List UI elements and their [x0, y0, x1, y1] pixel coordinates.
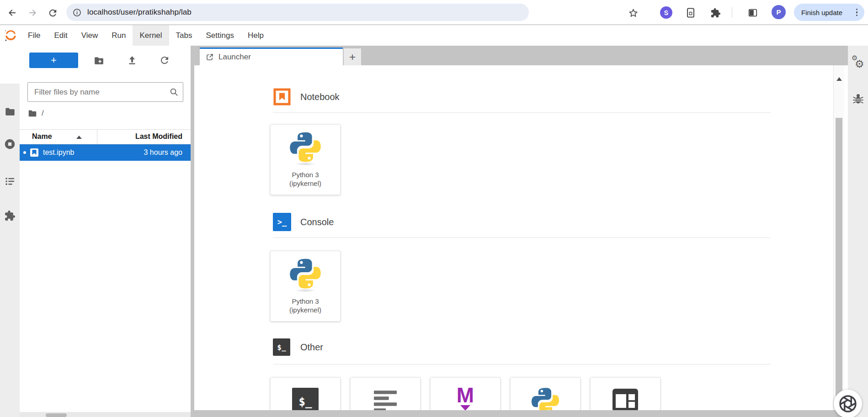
menu-tabs[interactable]: Tabs	[169, 25, 199, 46]
avatar-initial: P	[776, 8, 781, 16]
markdown-icon: M	[457, 386, 474, 410]
puzzle-icon	[4, 210, 16, 222]
chatgpt-overlay-button[interactable]	[834, 390, 862, 417]
launcher-card-contextual-help[interactable]	[590, 377, 660, 410]
column-last-modified[interactable]: Last Modified	[135, 132, 182, 141]
menu-run[interactable]: Run	[105, 25, 133, 46]
file-browser-panel: + / Name	[20, 46, 191, 412]
side-panel-button[interactable]	[747, 7, 759, 19]
upload-files-button[interactable]	[126, 54, 138, 66]
breadcrumb-path[interactable]: /	[42, 109, 44, 118]
launcher-card-notebook-python3[interactable]: Python 3 (ipykernel)	[270, 124, 341, 195]
notes-extension-icon[interactable]	[685, 7, 697, 19]
section-title-other: Other	[300, 342, 323, 353]
column-divider	[97, 130, 97, 144]
new-folder-button[interactable]	[93, 54, 105, 66]
table-of-contents-tab[interactable]	[0, 175, 20, 187]
left-activity-bar	[0, 46, 20, 417]
browser-forward-button[interactable]	[27, 7, 38, 19]
column-name[interactable]: Name	[32, 132, 52, 141]
home-folder-icon[interactable]	[27, 108, 37, 118]
terminal-prompt-glyph: $_	[277, 343, 286, 352]
side-panel-icon	[748, 8, 758, 18]
arrow-left-icon	[7, 7, 18, 18]
scroll-up-arrow-icon[interactable]	[836, 77, 842, 81]
bookmark-star-button[interactable]	[627, 7, 639, 19]
browser-reload-button[interactable]	[47, 7, 59, 19]
debugger-tab[interactable]	[848, 93, 868, 105]
file-modified-time: 3 hours ago	[144, 148, 191, 157]
launcher-card-text-file[interactable]	[350, 377, 421, 410]
launcher-card-terminal[interactable]: $_	[270, 377, 341, 410]
right-activity-bar: ⚙ ⚙	[848, 46, 868, 417]
browser-back-button[interactable]	[6, 7, 18, 19]
taskbar-fragment	[46, 413, 67, 417]
new-folder-icon	[93, 55, 105, 66]
card-asterisk-icon	[685, 7, 696, 18]
url-bar[interactable]: localhost/user/pratikshahp/lab	[66, 4, 529, 21]
python-logo-icon	[288, 257, 322, 290]
launcher-scrollbar[interactable]	[833, 65, 844, 410]
notebook-file-icon	[30, 148, 39, 157]
folder-icon	[4, 106, 16, 117]
property-inspector-tab[interactable]: ⚙ ⚙	[848, 54, 868, 74]
launcher-card-markdown-file[interactable]: M	[430, 377, 501, 410]
bug-icon	[852, 93, 864, 105]
new-tab-button[interactable]: +	[344, 48, 361, 65]
refresh-file-list-button[interactable]	[159, 54, 170, 66]
stop-circle-icon	[4, 138, 16, 150]
running-sessions-tab[interactable]	[0, 138, 20, 150]
browser-toolbar: localhost/user/pratikshahp/lab S P	[0, 0, 868, 25]
extension-manager-tab[interactable]	[0, 210, 20, 222]
section-rule	[273, 238, 771, 238]
panel-split-handle[interactable]	[191, 46, 194, 417]
menu-view[interactable]: View	[75, 25, 105, 46]
large-gear-icon: ⚙	[855, 58, 864, 70]
puzzle-icon	[710, 8, 721, 18]
file-browser-tab[interactable]	[0, 106, 20, 117]
tab-launcher[interactable]: Launcher	[200, 48, 343, 65]
profile-avatar[interactable]: P	[772, 5, 786, 19]
launcher-card-console-python3[interactable]: Python 3 (ipykernel)	[270, 251, 341, 322]
launcher-card-python-file[interactable]	[510, 377, 580, 410]
notebook-section-icon	[273, 88, 291, 106]
section-rule	[273, 112, 771, 113]
menu-settings[interactable]: Settings	[199, 25, 241, 46]
menu-help[interactable]: Help	[241, 25, 271, 46]
reload-icon	[48, 8, 58, 18]
sort-ascending-icon[interactable]	[76, 136, 82, 139]
card-label: Python 3 (ipykernel)	[289, 297, 321, 314]
menu-edit[interactable]: Edit	[47, 25, 74, 46]
scrollbar-thumb[interactable]	[836, 118, 842, 417]
contextual-help-icon	[612, 388, 639, 410]
jupyterhub-logo	[0, 25, 21, 46]
extensions-button[interactable]	[709, 7, 721, 19]
console-prompt-glyph: >_	[277, 217, 287, 227]
launcher-icon	[206, 53, 214, 61]
new-launcher-button[interactable]: +	[29, 53, 78, 68]
url-text: localhost/user/pratikshahp/lab	[87, 8, 192, 17]
section-rule	[273, 364, 771, 364]
logo-shadow	[295, 289, 316, 292]
arrow-right-icon	[27, 7, 38, 18]
menu-kernel[interactable]: Kernel	[133, 25, 169, 46]
menu-file[interactable]: File	[21, 25, 47, 46]
finish-update-button[interactable]: Finish update	[794, 4, 864, 21]
password-extension-icon[interactable]: S	[660, 6, 672, 19]
file-row-selected[interactable]: test.ipynb 3 hours ago	[20, 144, 191, 161]
extension-badge-letter: S	[664, 9, 668, 16]
python-logo-icon	[530, 386, 560, 410]
kernel-running-dot	[23, 151, 26, 154]
file-name: test.ipynb	[43, 148, 144, 157]
filter-files-input[interactable]	[27, 82, 183, 102]
launcher-panel: Notebook Python 3 (ipykernel) >_ Console	[194, 65, 848, 410]
browser-menu-kebab-icon[interactable]	[854, 7, 860, 18]
text-file-icon	[373, 390, 398, 410]
site-info-icon[interactable]	[72, 8, 82, 17]
section-title-notebook: Notebook	[300, 92, 340, 102]
breadcrumb: /	[27, 108, 44, 118]
file-list-header: Name Last Modified	[20, 129, 191, 144]
file-filter	[27, 82, 183, 102]
tab-launcher-label: Launcher	[218, 53, 251, 62]
chatgpt-logo-icon	[838, 394, 857, 413]
